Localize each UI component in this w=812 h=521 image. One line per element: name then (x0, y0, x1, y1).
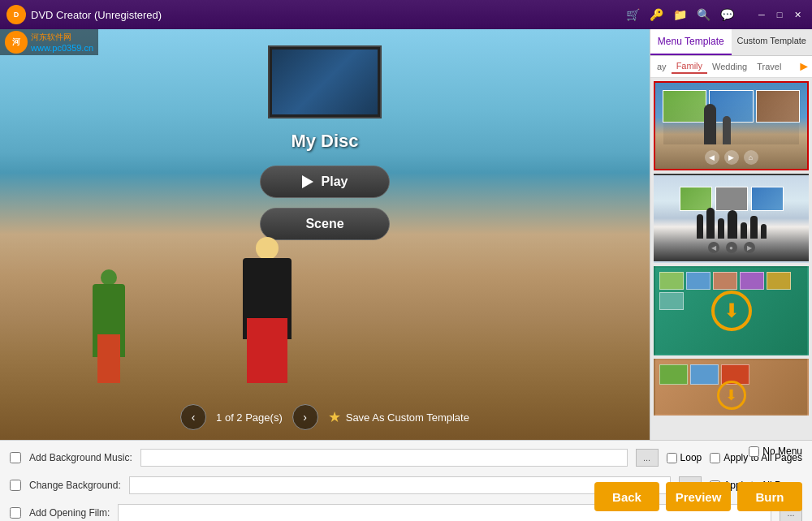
beach-background: My Disc Play Scene ‹ (0, 29, 650, 440)
tpl4-icon: ⬇ (717, 381, 746, 410)
people-silhouette (24, 221, 625, 399)
page-info: 1 of 2 Page(s) (216, 411, 283, 424)
change-bg-label: Change Background: (29, 480, 121, 491)
star-icon: ★ (328, 408, 341, 426)
template-item-4[interactable]: ⬇ (654, 359, 809, 416)
title-bar: D DVD Creator (Unregistered) 🛒 🔑 📁 🔍 💬 ─… (0, 0, 812, 29)
apply-all-music-checkbox[interactable] (710, 453, 720, 463)
cat-travel[interactable]: Travel (752, 60, 786, 73)
no-menu-area: No Menu (749, 446, 802, 457)
tpl1-people (663, 100, 799, 144)
tpl3-t5 (767, 272, 791, 290)
main-preview-area: My Disc Play Scene ‹ (0, 29, 650, 440)
tpl3-t6 (659, 292, 684, 310)
cart-icon[interactable]: 🛒 (626, 8, 640, 21)
tpl3-t1 (659, 272, 684, 290)
tpl4-t1 (659, 364, 688, 385)
prev-page-button[interactable]: ‹ (180, 404, 206, 430)
cat-holiday[interactable]: ay (652, 60, 672, 73)
download-icon: ⬇ (711, 291, 752, 331)
video-preview (268, 45, 382, 118)
bg-music-input[interactable] (140, 449, 628, 467)
burn-button[interactable]: Burn (737, 482, 802, 511)
loop-option: Loop (667, 452, 702, 463)
cat-family[interactable]: Family (672, 59, 707, 74)
video-inner (272, 50, 378, 114)
next-page-button[interactable]: › (292, 404, 318, 430)
chat-icon[interactable]: 💬 (720, 8, 734, 21)
window-controls: ─ □ ✕ (754, 6, 806, 23)
panel-tabs: Menu Template Custom Template (650, 29, 812, 56)
bottom-bar: No Menu Add Background Music: ... Loop A… (0, 440, 812, 521)
ctrl-next: ▶ (724, 150, 739, 165)
watermark: 河 河东软件网 www.pc0359.cn (0, 29, 98, 55)
title-left: D DVD Creator (Unregistered) (6, 5, 162, 24)
template-item-1[interactable]: ◀ ▶ ⌂ (654, 81, 809, 170)
save-template-button[interactable]: ★ Save As Custom Template (328, 408, 469, 426)
app-title: DVD Creator (Unregistered) (31, 9, 162, 21)
search-icon[interactable]: 🔍 (697, 8, 710, 21)
watermark-line1: 河东软件网 (31, 32, 93, 43)
save-template-label: Save As Custom Template (346, 411, 469, 424)
tab-custom-template[interactable]: Custom Template (732, 29, 813, 55)
bg-music-label: Add Background Music: (29, 452, 132, 463)
key-icon[interactable]: 🔑 (650, 8, 663, 21)
tpl1-controls: ◀ ▶ ⌂ (705, 150, 758, 165)
play-icon (302, 175, 313, 188)
bg-music-checkbox[interactable] (10, 452, 21, 463)
bg-music-browse[interactable]: ... (636, 449, 659, 467)
back-button[interactable]: Back (594, 482, 659, 511)
tpl2-people (655, 206, 807, 239)
ctrl-home: ⌂ (744, 150, 758, 165)
minimize-button[interactable]: ─ (754, 6, 770, 23)
no-menu-checkbox[interactable] (749, 446, 759, 457)
cat-wedding[interactable]: Wedding (707, 60, 752, 73)
change-bg-input[interactable] (129, 476, 672, 494)
toolbar-icons: 🛒 🔑 📁 🔍 💬 (626, 8, 734, 21)
no-menu-label: No Menu (762, 446, 802, 457)
bottom-controls: ‹ 1 of 2 Page(s) › ★ Save As Custom Temp… (180, 404, 469, 430)
tpl2-ctrl-1: ◀ (708, 242, 719, 253)
opening-film-checkbox[interactable] (10, 507, 21, 519)
preview-button[interactable]: Preview (666, 482, 731, 511)
template-item-2[interactable]: ◀ ● ▶ (654, 174, 809, 263)
disc-title: My Disc (291, 131, 358, 152)
tpl2-ctrl-3: ▶ (744, 242, 755, 253)
watermark-url: www.pc0359.cn (31, 43, 93, 53)
tpl2-controls: ◀ ● ▶ (708, 242, 755, 253)
template-grid: ◀ ▶ ⌂ ◀ ● ▶ (650, 78, 812, 441)
bg-music-row: Add Background Music: ... Loop Apply to … (0, 444, 812, 471)
loop-checkbox[interactable] (667, 453, 677, 463)
category-tabs: ay Family Wedding Travel ► (650, 56, 812, 78)
change-bg-checkbox[interactable] (10, 480, 21, 491)
loop-label: Loop (680, 452, 702, 463)
tab-menu-template[interactable]: Menu Template (650, 29, 732, 55)
tpl3-t4 (740, 272, 764, 290)
tpl2-ctrl-2: ● (726, 242, 737, 253)
right-panel: Menu Template Custom Template ay Family … (650, 29, 812, 440)
template-item-3[interactable]: ⬇ (654, 266, 809, 355)
tpl4-t2 (690, 364, 719, 385)
action-buttons: Back Preview Burn (594, 482, 802, 511)
play-label: Play (322, 174, 348, 189)
opening-film-label: Add Opening Film: (29, 507, 110, 519)
tpl3-t2 (686, 272, 710, 290)
close-button[interactable]: ✕ (789, 6, 806, 23)
play-button[interactable]: Play (260, 166, 390, 198)
maximize-button[interactable]: □ (771, 6, 788, 23)
tpl3-t3 (713, 272, 737, 290)
ctrl-prev: ◀ (705, 150, 719, 165)
app-logo: D (6, 5, 26, 24)
scroll-right-icon[interactable]: ► (797, 59, 810, 74)
folder-icon[interactable]: 📁 (673, 8, 687, 21)
